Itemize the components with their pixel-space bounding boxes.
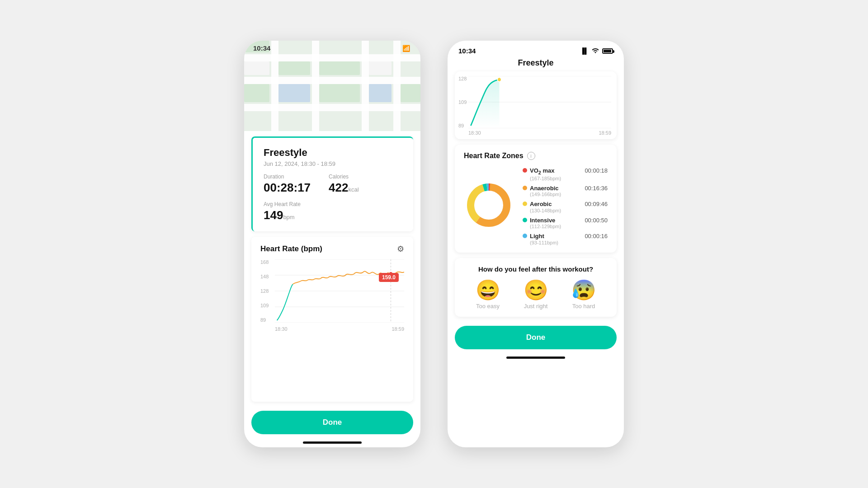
map-area: 10:34 📶 bbox=[244, 41, 420, 131]
chart-svg-area: 159.0 bbox=[275, 259, 404, 323]
aerobic-time: 00:09:46 bbox=[585, 201, 608, 207]
svg-rect-14 bbox=[401, 84, 420, 102]
too-hard-label: Too hard bbox=[572, 303, 595, 310]
duration-stat: Duration 00:28:17 bbox=[264, 174, 311, 195]
feel-too-easy[interactable]: 😄 Too easy bbox=[476, 280, 500, 310]
zones-body: VO2 max (167-185bpm) 00:00:18 Anaerobic … bbox=[464, 167, 608, 245]
too-hard-emoji: 😰 bbox=[571, 280, 596, 300]
left-phone: 10:34 📶 Freestyle Jun 12, 2024, 18:30 - … bbox=[244, 41, 420, 447]
aerobic-dot bbox=[523, 202, 527, 206]
svg-rect-10 bbox=[319, 61, 360, 75]
vo2-time: 00:00:18 bbox=[585, 167, 608, 174]
tooltip: 159.0 bbox=[379, 273, 399, 282]
status-icons: ▐▌ bbox=[580, 47, 613, 55]
workout-date: Jun 12, 2024, 18:30 - 18:59 bbox=[264, 160, 402, 167]
right-home-indicator bbox=[506, 357, 565, 359]
svg-rect-4 bbox=[271, 41, 278, 131]
vo2-range: (167-185bpm) bbox=[530, 176, 561, 181]
svg-text:📶: 📶 bbox=[402, 45, 410, 52]
right-done-button[interactable]: Done bbox=[455, 326, 617, 349]
heart-rate-header: Heart Rate (bpm) ⚙ bbox=[260, 244, 404, 254]
status-time: 10:34 bbox=[458, 47, 476, 55]
feel-too-hard[interactable]: 😰 Too hard bbox=[571, 280, 596, 310]
stats-row: Duration 00:28:17 Calories 422kcal bbox=[264, 174, 402, 195]
hr-chart: 16814812810989 bbox=[260, 259, 404, 332]
anaerobic-range: (149-166bpm) bbox=[530, 192, 561, 197]
intensive-dot bbox=[523, 218, 527, 222]
home-indicator bbox=[303, 441, 362, 444]
duration-label: Duration bbox=[264, 174, 311, 180]
too-easy-emoji: 😄 bbox=[476, 280, 500, 300]
right-phone: 10:34 ▐▌ Freestyle 12810989 18:3018:59 bbox=[448, 41, 624, 447]
svg-point-30 bbox=[497, 77, 501, 81]
chart-y-labels: 16814812810989 bbox=[260, 259, 273, 323]
workout-card: Freestyle Jun 12, 2024, 18:30 - 18:59 Du… bbox=[251, 136, 413, 231]
light-range: (93-111bpm) bbox=[530, 240, 558, 245]
vo2-dot bbox=[523, 168, 527, 173]
avg-hr-label: Avg Heart Rate bbox=[264, 201, 402, 207]
heart-rate-card: Heart Rate (bpm) ⚙ 16814812810989 bbox=[251, 237, 413, 402]
intensive-name: Intensive bbox=[530, 217, 561, 224]
zone-item-aerobic: Aerobic (130-148bpm) 00:09:46 bbox=[523, 201, 608, 213]
just-right-emoji: 😊 bbox=[524, 280, 548, 300]
intensive-time: 00:00:50 bbox=[585, 217, 608, 224]
donut-chart bbox=[464, 180, 514, 232]
left-done-button[interactable]: Done bbox=[251, 411, 413, 434]
svg-rect-17 bbox=[369, 84, 392, 102]
wifi-icon bbox=[591, 47, 599, 55]
heart-zones-card: Heart Rate Zones i bbox=[455, 145, 617, 253]
anaerobic-name: Anaerobic bbox=[530, 185, 561, 192]
status-bar: 10:34 ▐▌ bbox=[448, 41, 624, 58]
too-easy-label: Too easy bbox=[476, 303, 500, 310]
svg-rect-13 bbox=[319, 84, 360, 102]
svg-text:10:34: 10:34 bbox=[253, 44, 271, 52]
svg-rect-15 bbox=[244, 61, 269, 75]
svg-rect-11 bbox=[369, 61, 392, 75]
avg-hr-stat: Avg Heart Rate 149bpm bbox=[264, 201, 402, 222]
zones-title: Heart Rate Zones bbox=[464, 152, 524, 160]
zone-item-vo2: VO2 max (167-185bpm) 00:00:18 bbox=[523, 167, 608, 181]
anaerobic-dot bbox=[523, 186, 527, 190]
workout-title: Freestyle bbox=[264, 147, 402, 159]
vo2-name: VO2 max bbox=[530, 167, 561, 176]
signal-icon: ▐▌ bbox=[580, 47, 589, 54]
aerobic-name: Aerobic bbox=[530, 201, 561, 208]
calories-stat: Calories 422kcal bbox=[329, 174, 359, 195]
svg-rect-16 bbox=[244, 84, 269, 102]
right-title: Freestyle bbox=[448, 58, 624, 71]
info-icon[interactable]: i bbox=[527, 152, 535, 160]
feel-just-right[interactable]: 😊 Just right bbox=[524, 280, 548, 310]
feel-card: How do you feel after this workout? 😄 To… bbox=[455, 258, 617, 317]
light-name: Light bbox=[530, 233, 558, 240]
duration-value: 00:28:17 bbox=[264, 181, 311, 195]
chart-icon: ⚙ bbox=[397, 244, 404, 254]
svg-rect-6 bbox=[362, 41, 369, 131]
zone-item-anaerobic: Anaerobic (149-166bpm) 00:16:36 bbox=[523, 185, 608, 197]
light-time: 00:00:16 bbox=[585, 233, 608, 239]
zone-item-intensive: Intensive (112-129bpm) 00:00:50 bbox=[523, 217, 608, 230]
zones-header: Heart Rate Zones i bbox=[464, 152, 608, 160]
light-dot bbox=[523, 234, 527, 238]
battery-icon bbox=[602, 48, 613, 54]
mini-chart-y-labels: 12810989 bbox=[458, 76, 467, 128]
zone-item-light: Light (93-111bpm) 00:00:16 bbox=[523, 233, 608, 245]
heart-rate-title: Heart Rate (bpm) bbox=[260, 244, 322, 253]
avg-hr-value: 149bpm bbox=[264, 208, 402, 222]
feel-options: 😄 Too easy 😊 Just right 😰 Too hard bbox=[464, 280, 608, 310]
svg-rect-7 bbox=[393, 41, 401, 131]
aerobic-range: (130-148bpm) bbox=[530, 208, 561, 213]
svg-rect-9 bbox=[278, 84, 310, 102]
calories-label: Calories bbox=[329, 174, 359, 180]
mini-hr-chart-card: 12810989 18:3018:59 bbox=[455, 71, 617, 139]
anaerobic-time: 00:16:36 bbox=[585, 185, 608, 192]
zones-list: VO2 max (167-185bpm) 00:00:18 Anaerobic … bbox=[523, 167, 608, 245]
svg-point-37 bbox=[476, 192, 501, 218]
intensive-range: (112-129bpm) bbox=[530, 224, 561, 229]
feel-title: How do you feel after this workout? bbox=[464, 265, 608, 273]
calories-value: 422kcal bbox=[329, 181, 359, 195]
svg-rect-8 bbox=[278, 61, 310, 75]
mini-chart-x-labels: 18:3018:59 bbox=[468, 130, 611, 136]
chart-x-labels: 18:3018:59 bbox=[275, 326, 404, 332]
just-right-label: Just right bbox=[524, 303, 548, 310]
svg-rect-5 bbox=[312, 41, 319, 131]
